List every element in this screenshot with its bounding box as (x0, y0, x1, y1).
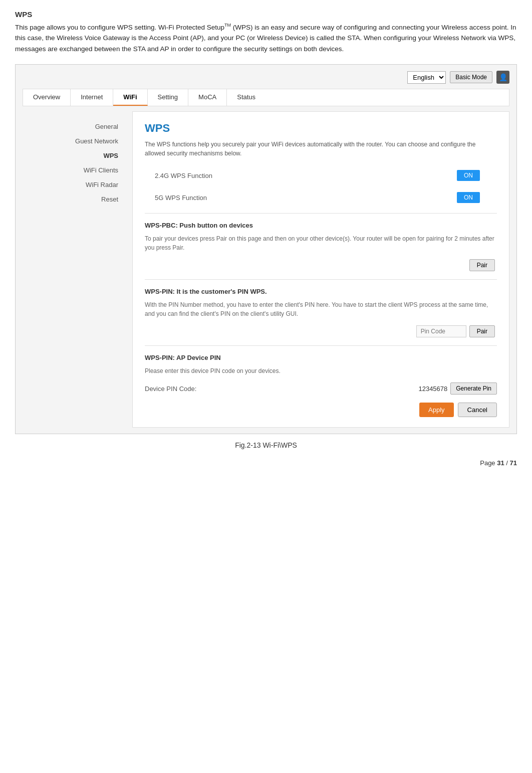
content-panel: WPS The WPS functions help you securely … (132, 111, 509, 428)
tab-moca[interactable]: MoCA (188, 89, 227, 106)
pin-description: With the PIN Number method, you have to … (145, 300, 497, 318)
page-title: WPS (15, 10, 517, 19)
function-24g-label: 2.4G WPS Function (145, 172, 457, 179)
sidebar-item-reset[interactable]: Reset (28, 192, 125, 207)
language-select[interactable]: English (407, 71, 446, 84)
sidebar-item-guest-network[interactable]: Guest Network (28, 134, 125, 148)
figure-caption: Fig.2-13 Wi-Fi\WPS (15, 441, 517, 449)
basic-mode-button[interactable]: Basic Mode (450, 71, 492, 83)
ap-pin-title: WPS-PIN: AP Device PIN (145, 354, 497, 361)
device-pin-value: 12345678 (418, 385, 447, 393)
generate-pin-button[interactable]: Generate Pin (450, 382, 497, 395)
tab-status[interactable]: Status (227, 89, 265, 106)
device-pin-label: Device PIN Code: (145, 385, 196, 393)
pin-title: WPS-PIN: It is the customer's PIN WPS. (145, 288, 497, 295)
pin-input-row: Pair (145, 325, 497, 337)
toggle-5g-button[interactable]: ON (457, 192, 480, 203)
main-area: General Guest Network WPS WiFi Clients W… (23, 111, 509, 428)
pin-pair-button[interactable]: Pair (469, 325, 495, 337)
sidebar-item-general[interactable]: General (28, 119, 125, 134)
sidebar-item-wps[interactable]: WPS (28, 148, 125, 163)
sidebar-item-wifi-clients[interactable]: WiFi Clients (28, 163, 125, 177)
page-footer: Page 31 / 71 (15, 459, 517, 467)
wps-description: The WPS functions help you securely pair… (145, 140, 497, 158)
device-pin-row: Device PIN Code: 12345678 Generate Pin (145, 382, 497, 395)
tab-overview[interactable]: Overview (23, 89, 71, 106)
sidebar: General Guest Network WPS WiFi Clients W… (23, 111, 130, 428)
pbc-pair-button[interactable]: Pair (469, 259, 495, 271)
pbc-title: WPS-PBC: Push button on devices (145, 222, 497, 229)
function-5g-label: 5G WPS Function (145, 194, 457, 202)
top-bar: English Basic Mode 👤 (23, 71, 509, 84)
tab-wifi[interactable]: WiFi (113, 89, 147, 106)
function-5g-row: 5G WPS Function ON (145, 190, 497, 205)
intro-paragraph: This page allows you to configure WPS se… (15, 22, 517, 54)
user-icon[interactable]: 👤 (496, 71, 509, 84)
wps-title: WPS (145, 122, 497, 135)
pbc-description: To pair your devices press Pair on this … (145, 234, 497, 252)
pin-code-input[interactable] (416, 325, 466, 337)
apply-button[interactable]: Apply (419, 403, 454, 417)
sidebar-item-wifi-radar[interactable]: WiFi Radar (28, 177, 125, 192)
tab-setting[interactable]: Setting (148, 89, 188, 106)
toggle-24g-button[interactable]: ON (457, 170, 480, 181)
pbc-section: WPS-PBC: Push button on devices To pair … (145, 222, 497, 271)
ap-pin-desc: Please enter this device PIN code on you… (145, 366, 497, 375)
pin-section: WPS-PIN: It is the customer's PIN WPS. W… (145, 288, 497, 337)
nav-tabs: Overview Internet WiFi Setting MoCA Stat… (23, 89, 509, 106)
tab-internet[interactable]: Internet (71, 89, 113, 106)
ap-pin-section: WPS-PIN: AP Device PIN Please enter this… (145, 354, 497, 395)
screenshot-frame: English Basic Mode 👤 Overview Internet W… (15, 64, 517, 434)
action-row: Apply Cancel (145, 403, 497, 417)
function-24g-row: 2.4G WPS Function ON (145, 168, 497, 183)
cancel-button[interactable]: Cancel (458, 403, 497, 417)
